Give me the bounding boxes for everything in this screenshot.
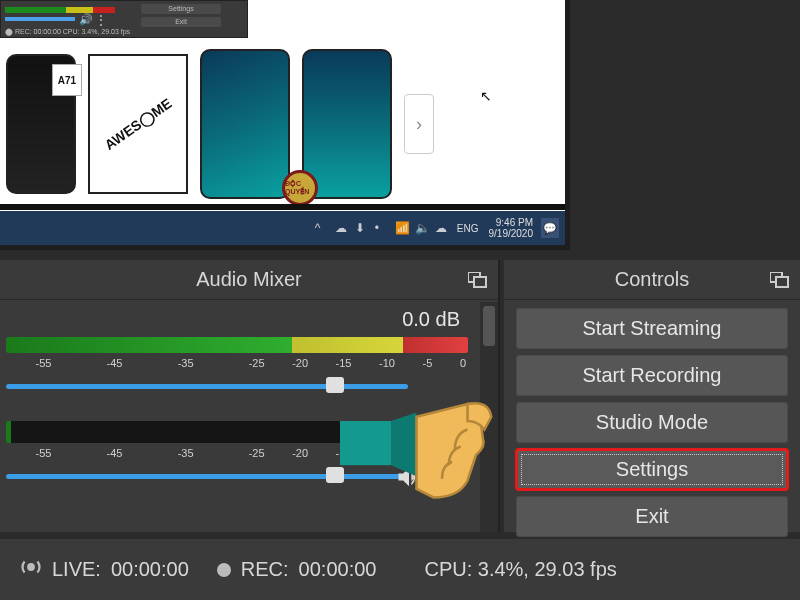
volume-slider[interactable] [6,474,408,479]
awesome-text: AWES◯ME [101,95,174,153]
mini-obs-window: 🔊 ⋮ Settings Exit ⬤ REC: 00:00:00 CPU: 3… [0,0,248,38]
a71-badge: A71 [52,64,82,96]
tray-date: 9/19/2020 [489,228,534,239]
mini-status-text: ⬤ REC: 00:00:00 CPU: 3.4%, 29.03 fps [5,28,130,36]
vu-meter [6,337,468,353]
svg-rect-1 [474,277,486,287]
phone-image [302,49,392,199]
cpu-usage: CPU: 3.4%, 29.03 fps [424,558,616,581]
live-time: 00:00:00 [111,558,189,581]
live-indicator-icon [20,556,42,583]
start-recording-button[interactable]: Start Recording [516,355,788,396]
svg-point-4 [28,564,34,570]
notification-icon: 💬 [541,218,559,238]
windows-taskbar: ^ ☁ ⬇ • 📶 🔈 ☁ ENG 9:46 PM 9/19/2020 💬 [0,211,565,245]
db-readout: 0.0 dB [6,308,468,331]
status-bar: LIVE: 00:00:00 REC: 00:00:00 CPU: 3.4%, … [0,538,800,600]
gear-icon[interactable] [438,463,468,495]
tray-clock: 9:46 PM 9/19/2020 [487,217,536,239]
vu-ticks: -55-45-35-25-20-15-10-50 [8,357,466,369]
rec-indicator-icon [217,563,231,577]
phone-image: A71 [6,54,76,194]
tray-time: 9:46 PM [489,217,534,228]
controls-title: Controls [615,268,689,291]
volume-slider[interactable] [6,384,408,389]
cloud-icon: ☁ [335,221,349,235]
svg-rect-3 [776,277,788,287]
kebab-icon: ⋮ [95,13,107,27]
volume-slider-thumb[interactable] [326,467,344,483]
vu-meter [6,421,468,443]
popout-icon[interactable] [468,270,488,286]
speaker-icon: 🔊 [79,13,91,25]
mini-settings-button: Settings [141,4,221,14]
settings-button[interactable]: Settings [516,449,788,490]
vu-ticks: -55-45-35-25-20-15-10-50 [8,447,466,459]
audio-channel-1: -55-45-35-25-20-15-10-50 [6,337,468,393]
volume-slider-thumb[interactable] [326,377,344,393]
tray-language: ENG [455,223,481,234]
tray-up-icon: ^ [315,221,329,235]
phone-image [200,49,290,199]
rec-label: REC: [241,558,289,581]
carousel-next-button: › [404,94,434,154]
preview-region: 🔊 ⋮ Settings Exit ⬤ REC: 00:00:00 CPU: 3… [0,0,570,250]
audio-mixer-panel: Audio Mixer 0.0 dB -55-45-35-25-20-15-10… [0,260,500,532]
exclusive-stamp: ĐỘC QUYỀN [282,170,318,206]
wifi-icon: 📶 [395,221,409,235]
studio-mode-button[interactable]: Studio Mode [516,402,788,443]
download-icon: ⬇ [355,221,369,235]
exit-button[interactable]: Exit [516,496,788,537]
speaker-icon[interactable] [394,463,424,495]
audio-mixer-title: Audio Mixer [196,268,302,291]
phone-box-image: AWES◯ME [88,54,188,194]
live-label: LIVE: [52,558,101,581]
controls-panel: Controls Start Streaming Start Recording… [504,260,800,532]
popout-icon[interactable] [770,270,790,286]
display-capture-preview: 🔊 ⋮ Settings Exit ⬤ REC: 00:00:00 CPU: 3… [0,0,565,245]
bullet-icon: • [375,221,389,235]
mini-exit-button: Exit [141,17,221,27]
rec-time: 00:00:00 [299,558,377,581]
onedrive-icon: ☁ [435,221,449,235]
start-streaming-button[interactable]: Start Streaming [516,308,788,349]
volume-icon: 🔈 [415,221,429,235]
cursor-icon: ↖ [480,88,492,104]
audio-channel-2: -55-45-35-25-20-15-10-50 [6,421,468,483]
